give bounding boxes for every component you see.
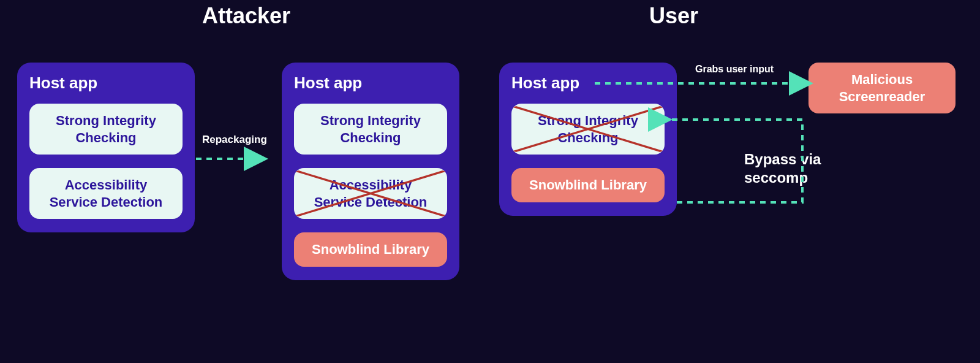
panel-title: Host app — [294, 74, 447, 93]
pill-accessibility-crossed: Accessibility Service Detection — [294, 168, 447, 219]
malicious-screenreader: Malicious Screenreader — [809, 63, 956, 113]
pill-integrity: Strong Integrity Checking — [29, 104, 183, 155]
pill-label: Strong Integrity Checking — [538, 113, 638, 145]
pill-snowblind: Snowblind Library — [294, 232, 447, 267]
pill-integrity: Strong Integrity Checking — [294, 104, 447, 155]
panel-title: Host app — [29, 74, 183, 93]
pill-label: Strong Integrity Checking — [320, 113, 421, 145]
panel-attacker-before: Host app Strong Integrity Checking Acces… — [17, 63, 195, 232]
pill-label: Snowblind Library — [529, 177, 647, 193]
attacker-title: Attacker — [202, 3, 290, 29]
pill-label: Strong Integrity Checking — [56, 113, 156, 145]
panel-attacker-after: Host app Strong Integrity Checking Acces… — [282, 63, 459, 280]
arrow-grabs-input — [588, 74, 809, 92]
cross-out-icon — [511, 104, 665, 155]
user-title: User — [649, 3, 698, 29]
pill-integrity-crossed: Strong Integrity Checking — [511, 104, 665, 155]
pill-accessibility: Accessibility Service Detection — [29, 168, 183, 219]
arrow-repackaging — [196, 150, 276, 168]
pill-label: Accessibility Service Detection — [50, 177, 163, 210]
pill-label: Snowblind Library — [312, 242, 429, 257]
repackaging-label: Repackaging — [202, 134, 267, 146]
pill-snowblind: Snowblind Library — [511, 168, 665, 202]
pill-label: Malicious Screenreader — [839, 72, 925, 104]
arrow-bypass — [662, 110, 821, 215]
pill-label: Accessibility Service Detection — [314, 177, 428, 210]
cross-out-icon — [294, 168, 447, 219]
